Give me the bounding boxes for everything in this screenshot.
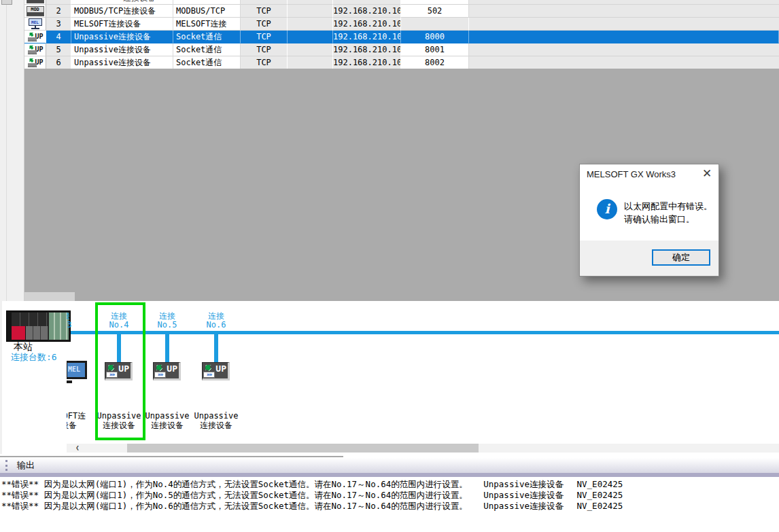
ethernet-bus-line — [71, 331, 779, 334]
device-icon-cell: MOD — [24, 5, 46, 18]
spacer-cell — [288, 43, 333, 56]
unpassive-device-icon: UP — [27, 44, 44, 55]
unpassive-node-icon-no5[interactable]: UP »» — [153, 362, 181, 380]
drag-handle-icon[interactable] — [5, 460, 7, 471]
row-number: 6 — [46, 56, 71, 69]
connection-count-label: 连接台数:6 — [11, 351, 57, 363]
selected-connection-highlight — [95, 302, 145, 440]
gx-works3-ethernet-configuration-window: 连接设备 MOD 2 MODBUS/TCP连接设备 MODBUS/TCP TCP… — [0, 0, 779, 532]
gutter-divider — [6, 0, 7, 301]
protocol-cell — [241, 0, 288, 5]
comm-method-cell[interactable] — [173, 0, 241, 5]
comm-method-cell[interactable]: MELSOFT连接 — [173, 18, 241, 31]
device-node-label-no6: Unpassive 连接设备 — [184, 411, 249, 430]
spacer-cell — [288, 31, 333, 43]
device-icon-cell — [24, 0, 46, 5]
connection-label-no6: 连接 No.6 — [189, 312, 243, 330]
dialog-title: MELSOFT GX Works3 — [587, 169, 676, 179]
ip-address-cell: 192.168.210.101 — [333, 5, 401, 18]
table-row-melsoft[interactable]: MEL 3 MELSOFT连接设备 MELSOFT连接 TCP 192.168.… — [24, 18, 779, 31]
spacer-cell — [288, 0, 333, 5]
output-header-strip — [0, 473, 779, 477]
connection-line-no6 — [214, 334, 218, 362]
scrollbar-thumb[interactable] — [127, 444, 479, 453]
protocol-cell: TCP — [241, 18, 288, 31]
table-row-partial[interactable]: 连接设备 — [24, 0, 779, 5]
error-code: NV_E02425 — [577, 490, 623, 500]
spacer-cell — [288, 18, 333, 31]
trailing-cell — [469, 5, 779, 18]
error-prefix: **错误** — [1, 501, 39, 511]
error-line[interactable]: **错误** 因为是以太网(端口1)，作为No.6的通信方式，无法设置Socke… — [1, 501, 779, 512]
ok-button[interactable]: 确定 — [652, 249, 710, 266]
device-name-cell[interactable]: Unpassive连接设备 — [71, 31, 173, 43]
port-cell[interactable] — [401, 18, 469, 31]
port-cell[interactable]: 8000 — [401, 31, 469, 43]
error-message: 因为是以太网(端口1)，作为No.5的通信方式，无法设置Socket通信。请在N… — [44, 490, 468, 500]
row-number: 3 — [46, 18, 71, 31]
row-number: 4 — [46, 31, 71, 43]
chevron-badge: »» — [154, 372, 166, 378]
chevron-badge: »» — [203, 372, 215, 378]
ip-address-cell: 192.168.210.101 — [333, 56, 401, 69]
unpassive-node-icon-no6[interactable]: UP »» — [202, 362, 230, 380]
error-line[interactable]: **错误** 因为是以太网(端口1)，作为No.5的通信方式，无法设置Socke… — [1, 490, 779, 501]
row-number: 5 — [46, 43, 71, 56]
unpassive-device-icon: UP — [27, 31, 44, 42]
device-name-cell[interactable]: MODBUS/TCP连接设备 — [71, 5, 173, 18]
partial-toolbar-button[interactable] — [1, 0, 12, 5]
ip-address-cell: 192.168.210.101 — [333, 18, 401, 31]
scroll-left-arrow[interactable]: ❮ — [72, 444, 83, 453]
dialog-title-bar[interactable]: MELSOFT GX Works3 ✕ — [580, 164, 719, 185]
table-row-unpassive-5[interactable]: UP 5 Unpassive连接设备 Socket通信 TCP 192.168.… — [24, 43, 779, 56]
comm-method-cell[interactable]: Socket通信 — [173, 43, 241, 56]
device-icon-cell: MEL — [24, 18, 46, 31]
unpassive-device-icon: UP — [27, 57, 44, 68]
error-device: Unpassive连接设备 — [483, 490, 564, 500]
row-number: 2 — [46, 5, 71, 18]
device-name-cell[interactable]: Unpassive连接设备 — [71, 43, 173, 56]
comm-method-cell[interactable]: MODBUS/TCP — [173, 5, 241, 18]
device-icon-cell: UP — [24, 56, 46, 69]
comm-method-cell[interactable]: Socket通信 — [173, 56, 241, 69]
row-number — [46, 0, 71, 5]
table-row-unpassive-6[interactable]: UP 6 Unpassive连接设备 Socket通信 TCP 192.168.… — [24, 56, 779, 69]
port-cell[interactable]: 8001 — [401, 43, 469, 56]
dialog-message: 以太网配置中有错误。 请确认输出窗口。 — [624, 200, 712, 226]
dialog-body: i 以太网配置中有错误。 请确认输出窗口。 — [580, 185, 719, 242]
error-code: NV_E02425 — [577, 501, 623, 511]
melsoft-device-node-icon[interactable]: MEL — [67, 361, 87, 379]
device-name-cell[interactable]: Unpassive连接设备 — [71, 56, 173, 69]
error-message: 因为是以太网(端口1)，作为No.4的通信方式，无法设置Socket通信。请在N… — [44, 479, 468, 489]
plc-module-image[interactable] — [6, 311, 71, 342]
diagram-horizontal-scrollbar[interactable]: ❮ — [67, 444, 779, 453]
output-header: 输出 — [0, 458, 779, 473]
close-icon[interactable]: ✕ — [699, 166, 714, 181]
error-prefix: **错误** — [1, 479, 39, 489]
network-diagram-panel: 本站 连接台数:6 连接 No.3 MEL MELSOFT连 接设备 连接 No… — [0, 301, 779, 454]
error-line[interactable]: **错误** 因为是以太网(端口1)，作为No.4的通信方式，无法设置Socke… — [1, 479, 779, 490]
info-icon: i — [597, 199, 617, 219]
table-row-modbus[interactable]: MOD 2 MODBUS/TCP连接设备 MODBUS/TCP TCP 192.… — [24, 5, 779, 18]
connection-label-no5: 连接 No.5 — [140, 312, 194, 330]
melsoft-message-dialog: MELSOFT GX Works3 ✕ i 以太网配置中有错误。 请确认输出窗口… — [579, 164, 719, 277]
ethernet-device-table: 连接设备 MOD 2 MODBUS/TCP连接设备 MODBUS/TCP TCP… — [24, 0, 779, 69]
comm-method-cell[interactable]: Socket通信 — [173, 31, 241, 43]
port-cell[interactable] — [401, 0, 469, 5]
trailing-cell — [469, 0, 779, 5]
port-cell[interactable]: 502 — [401, 5, 469, 18]
diagram-scroll-viewport: 连接 No.3 MEL MELSOFT连 接设备 连接 No.4 UP »» — [67, 301, 779, 442]
port-cell[interactable]: 8002 — [401, 56, 469, 69]
device-icon-cell: UP — [24, 43, 46, 56]
spacer-cell — [288, 5, 333, 18]
trailing-cell — [469, 56, 779, 69]
device-icon-cell: UP — [24, 31, 46, 43]
table-row-unpassive-4-selected[interactable]: UP 4 Unpassive连接设备 Socket通信 TCP 192.168.… — [24, 31, 779, 43]
protocol-cell: TCP — [241, 43, 288, 56]
device-name-cell[interactable]: MELSOFT连接设备 — [71, 18, 173, 31]
error-device: Unpassive连接设备 — [483, 479, 564, 489]
output-title: 输出 — [17, 459, 35, 472]
protocol-cell: TCP — [241, 31, 288, 43]
melsoft-device-icon: MEL — [28, 18, 43, 29]
device-name-cell[interactable]: 连接设备 — [71, 0, 173, 5]
